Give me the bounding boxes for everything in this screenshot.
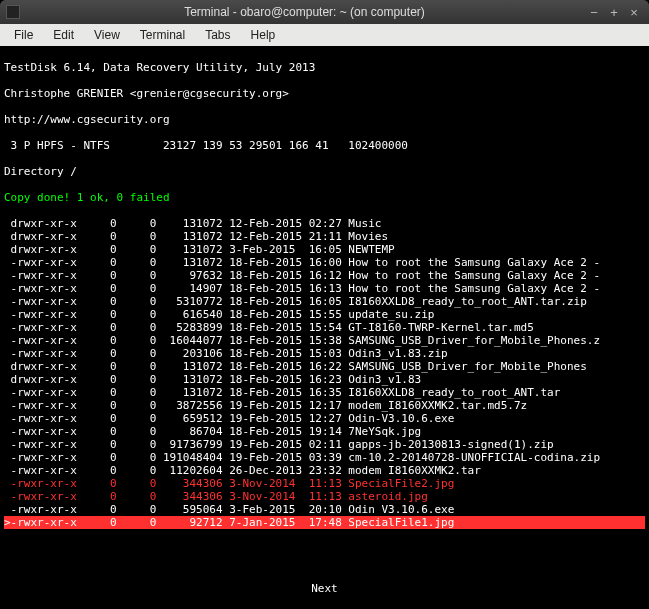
file-row[interactable]: -rwxr-xr-x 0 0 3872556 19-Feb-2015 12:17… [4, 399, 645, 412]
next-label[interactable]: Next [4, 582, 645, 595]
file-row[interactable]: -rwxr-xr-x 0 0 86704 18-Feb-2015 19:14 7… [4, 425, 645, 438]
menu-file[interactable]: File [4, 26, 43, 44]
partition-line: 3 P HPFS - NTFS 23127 139 53 29501 166 4… [4, 139, 645, 152]
file-row[interactable]: -rwxr-xr-x 0 0 11202604 26-Dec-2013 23:3… [4, 464, 645, 477]
menubar: File Edit View Terminal Tabs Help [0, 24, 649, 46]
titlebar[interactable]: Terminal - obaro@computer: ~ (on compute… [0, 0, 649, 24]
file-row[interactable]: -rwxr-xr-x 0 0 14907 18-Feb-2015 16:13 H… [4, 282, 645, 295]
header-line: TestDisk 6.14, Data Recovery Utility, Ju… [4, 61, 645, 74]
menu-view[interactable]: View [84, 26, 130, 44]
file-row[interactable]: -rwxr-xr-x 0 0 16044077 18-Feb-2015 15:3… [4, 334, 645, 347]
header-line: Christophe GRENIER <grenier@cgsecurity.o… [4, 87, 645, 100]
file-row[interactable]: drwxr-xr-x 0 0 131072 18-Feb-2015 16:23 … [4, 373, 645, 386]
maximize-button[interactable]: + [605, 4, 623, 20]
status-line: Copy done! 1 ok, 0 failed [4, 191, 645, 204]
file-row[interactable]: drwxr-xr-x 0 0 131072 12-Feb-2015 21:11 … [4, 230, 645, 243]
file-row[interactable]: -rwxr-xr-x 0 0 97632 18-Feb-2015 16:12 H… [4, 269, 645, 282]
app-icon [6, 5, 20, 19]
menu-tabs[interactable]: Tabs [195, 26, 240, 44]
header-line: http://www.cgsecurity.org [4, 113, 645, 126]
file-row[interactable]: drwxr-xr-x 0 0 131072 3-Feb-2015 16:05 N… [4, 243, 645, 256]
window-title: Terminal - obaro@computer: ~ (on compute… [26, 5, 583, 19]
menu-terminal[interactable]: Terminal [130, 26, 195, 44]
file-list: drwxr-xr-x 0 0 131072 12-Feb-2015 02:27 … [4, 217, 645, 529]
file-row[interactable]: -rwxr-xr-x 0 0 616540 18-Feb-2015 15:55 … [4, 308, 645, 321]
file-row[interactable]: drwxr-xr-x 0 0 131072 12-Feb-2015 02:27 … [4, 217, 645, 230]
file-row[interactable]: -rwxr-xr-x 0 0 344306 3-Nov-2014 11:13 S… [4, 477, 645, 490]
close-button[interactable]: × [625, 4, 643, 20]
file-row[interactable]: drwxr-xr-x 0 0 131072 18-Feb-2015 16:22 … [4, 360, 645, 373]
file-row[interactable]: -rwxr-xr-x 0 0 5310772 18-Feb-2015 16:05… [4, 295, 645, 308]
terminal-content[interactable]: TestDisk 6.14, Data Recovery Utility, Ju… [0, 46, 649, 609]
file-row-selected[interactable]: >-rwxr-xr-x 0 0 92712 7-Jan-2015 17:48 S… [4, 516, 645, 529]
menu-edit[interactable]: Edit [43, 26, 84, 44]
terminal-window: Terminal - obaro@computer: ~ (on compute… [0, 0, 649, 609]
file-row[interactable]: -rwxr-xr-x 0 0 659512 19-Feb-2015 12:27 … [4, 412, 645, 425]
file-row[interactable]: -rwxr-xr-x 0 0 344306 3-Nov-2014 11:13 a… [4, 490, 645, 503]
file-row[interactable]: -rwxr-xr-x 0 0 203106 18-Feb-2015 15:03 … [4, 347, 645, 360]
menu-help[interactable]: Help [241, 26, 286, 44]
file-row[interactable]: -rwxr-xr-x 0 0 595064 3-Feb-2015 20:10 O… [4, 503, 645, 516]
file-row[interactable]: -rwxr-xr-x 0 0 5283899 18-Feb-2015 15:54… [4, 321, 645, 334]
minimize-button[interactable]: − [585, 4, 603, 20]
file-row[interactable]: -rwxr-xr-x 0 0 191048404 19-Feb-2015 03:… [4, 451, 645, 464]
file-row[interactable]: -rwxr-xr-x 0 0 131072 18-Feb-2015 16:00 … [4, 256, 645, 269]
file-row[interactable]: -rwxr-xr-x 0 0 131072 18-Feb-2015 16:35 … [4, 386, 645, 399]
file-row[interactable]: -rwxr-xr-x 0 0 91736799 19-Feb-2015 02:1… [4, 438, 645, 451]
directory-line: Directory / [4, 165, 645, 178]
